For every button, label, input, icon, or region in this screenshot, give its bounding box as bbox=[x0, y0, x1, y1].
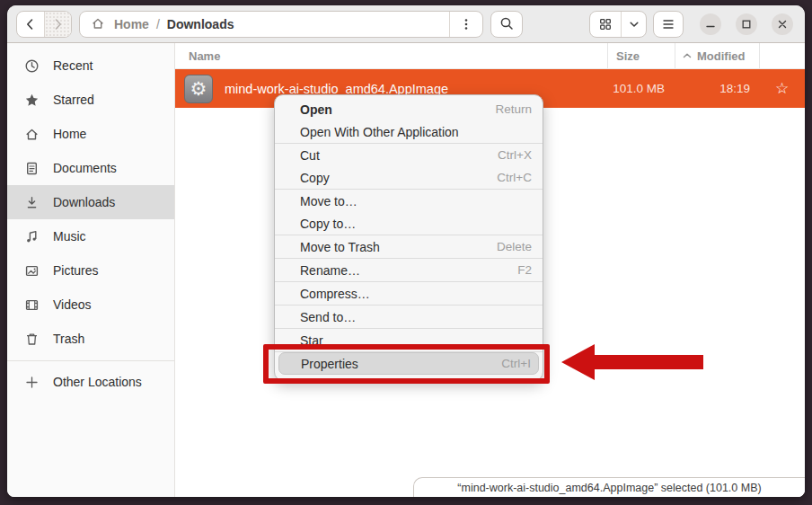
close-button[interactable] bbox=[772, 13, 793, 35]
star-icon bbox=[24, 93, 40, 108]
trash-icon bbox=[24, 332, 40, 347]
minimize-icon bbox=[705, 19, 716, 30]
home-icon bbox=[24, 127, 40, 142]
document-icon bbox=[24, 161, 40, 176]
sidebar-item-recent[interactable]: Recent bbox=[7, 49, 174, 83]
context-menu: OpenReturn Open With Other Application C… bbox=[274, 94, 543, 381]
chevron-down-icon bbox=[628, 18, 640, 31]
sidebar: Recent Starred Home Documents Downloads … bbox=[7, 43, 175, 497]
hamburger-menu-icon bbox=[661, 18, 675, 31]
sidebar-item-trash[interactable]: Trash bbox=[7, 322, 174, 356]
view-toggle-split-button bbox=[589, 11, 647, 38]
file-size: 101.0 MB bbox=[607, 82, 675, 95]
breadcrumb-separator: / bbox=[156, 17, 160, 31]
maximize-button[interactable] bbox=[736, 13, 757, 35]
plus-icon bbox=[24, 375, 40, 390]
menu-item-send-to[interactable]: Send to… bbox=[275, 306, 543, 328]
forward-button[interactable] bbox=[44, 12, 72, 37]
menu-item-cut[interactable]: CutCtrl+X bbox=[275, 144, 543, 166]
sidebar-item-label: Downloads bbox=[53, 195, 115, 209]
menu-item-copy[interactable]: CopyCtrl+C bbox=[275, 166, 543, 189]
main-menu-button[interactable] bbox=[653, 11, 684, 38]
sidebar-item-other-locations[interactable]: Other Locations bbox=[7, 365, 174, 399]
column-header-modified[interactable]: Modified bbox=[675, 43, 759, 68]
sidebar-item-label: Home bbox=[53, 127, 86, 141]
breadcrumb-current[interactable]: Downloads bbox=[167, 17, 234, 31]
location-menu-button[interactable] bbox=[450, 12, 482, 37]
sidebar-item-music[interactable]: Music bbox=[7, 219, 174, 253]
menu-item-rename[interactable]: Rename…F2 bbox=[275, 259, 543, 281]
selection-status-text: “mind-work-ai-studio_amd64.AppImage” sel… bbox=[457, 482, 761, 494]
sort-ascending-icon bbox=[682, 50, 693, 61]
view-options-dropdown[interactable] bbox=[622, 12, 646, 37]
menu-item-open[interactable]: OpenReturn bbox=[275, 98, 543, 120]
sidebar-item-label: Pictures bbox=[53, 263, 99, 278]
sidebar-item-downloads[interactable]: Downloads bbox=[7, 185, 174, 219]
search-icon bbox=[499, 16, 515, 31]
sidebar-item-label: Videos bbox=[53, 297, 92, 312]
list-column-headers: Name Size Modified bbox=[175, 43, 805, 69]
file-modified-time: 18:19 bbox=[675, 82, 759, 95]
executable-gear-icon: ⚙ bbox=[184, 75, 213, 103]
star-outline-icon[interactable]: ☆ bbox=[759, 79, 805, 98]
back-button[interactable] bbox=[17, 12, 44, 37]
annotation-arrow-icon bbox=[557, 340, 710, 385]
menu-item-open-with-other-application[interactable]: Open With Other Application bbox=[275, 120, 543, 143]
sidebar-item-pictures[interactable]: Pictures bbox=[7, 253, 174, 288]
menu-item-copy-to[interactable]: Copy to… bbox=[275, 212, 543, 235]
sidebar-item-starred[interactable]: Starred bbox=[7, 83, 174, 117]
sidebar-item-label: Other Locations bbox=[53, 375, 142, 389]
sidebar-separator bbox=[7, 360, 174, 361]
grid-view-icon bbox=[598, 17, 613, 31]
grid-view-button[interactable] bbox=[590, 12, 621, 37]
navigation-buttons bbox=[16, 11, 72, 38]
sidebar-item-home[interactable]: Home bbox=[7, 117, 174, 151]
clock-icon bbox=[24, 58, 40, 74]
header-bar: Home / Downloads bbox=[7, 5, 805, 43]
search-button[interactable] bbox=[490, 11, 523, 38]
menu-item-move-to[interactable]: Move to… bbox=[275, 190, 543, 212]
sidebar-item-label: Recent bbox=[53, 58, 93, 73]
close-icon bbox=[777, 19, 788, 30]
chevron-left-icon bbox=[23, 17, 38, 31]
annotation-highlight-box bbox=[263, 344, 550, 384]
sidebar-item-documents[interactable]: Documents bbox=[7, 151, 174, 185]
download-icon bbox=[24, 195, 40, 210]
status-bar: “mind-work-ai-studio_amd64.AppImage” sel… bbox=[413, 477, 805, 497]
minimize-button[interactable] bbox=[700, 13, 721, 35]
sidebar-item-label: Trash bbox=[53, 332, 84, 346]
maximize-icon bbox=[741, 19, 752, 30]
window-controls bbox=[700, 13, 793, 35]
column-header-size[interactable]: Size bbox=[607, 43, 675, 68]
kebab-menu-icon bbox=[459, 17, 473, 31]
menu-item-compress[interactable]: Compress… bbox=[275, 282, 543, 305]
chevron-right-icon bbox=[50, 17, 65, 31]
film-icon bbox=[24, 297, 40, 313]
sidebar-item-videos[interactable]: Videos bbox=[7, 288, 174, 322]
picture-icon bbox=[24, 263, 40, 279]
sidebar-item-label: Music bbox=[53, 229, 86, 244]
menu-item-move-to-trash[interactable]: Move to TrashDelete bbox=[275, 235, 543, 258]
music-note-icon bbox=[24, 229, 40, 244]
sidebar-item-label: Starred bbox=[53, 93, 94, 107]
sidebar-item-label: Documents bbox=[53, 161, 117, 175]
column-header-star[interactable] bbox=[759, 43, 805, 68]
column-header-name[interactable]: Name bbox=[175, 43, 607, 68]
home-icon bbox=[91, 16, 106, 31]
breadcrumb-home[interactable]: Home bbox=[114, 17, 149, 31]
path-bar[interactable]: Home / Downloads bbox=[79, 11, 483, 38]
